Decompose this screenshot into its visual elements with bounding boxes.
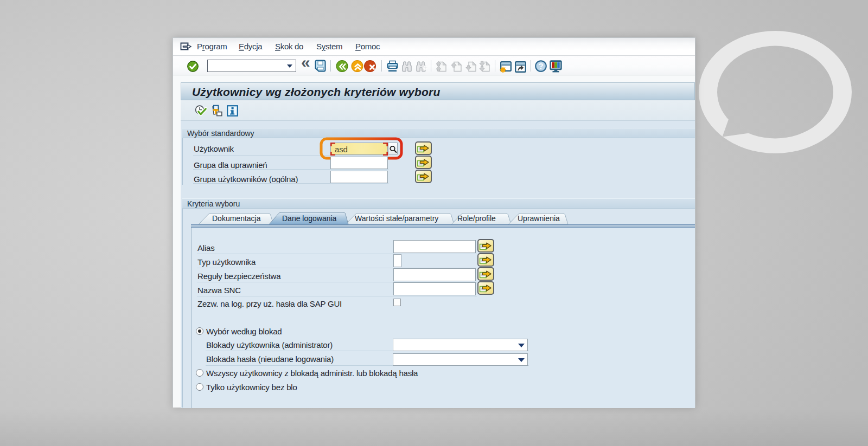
svg-text:Role/profile: Role/profile xyxy=(457,214,496,223)
svg-text:Uprawnienia: Uprawnienia xyxy=(518,214,560,223)
svg-text:?: ? xyxy=(538,61,543,70)
svg-text:Dokumentacja: Dokumentacja xyxy=(212,214,261,223)
svg-text:Wartości stałe/parametry: Wartości stałe/parametry xyxy=(355,214,438,223)
svg-text:Dane logowania: Dane logowania xyxy=(282,214,337,223)
